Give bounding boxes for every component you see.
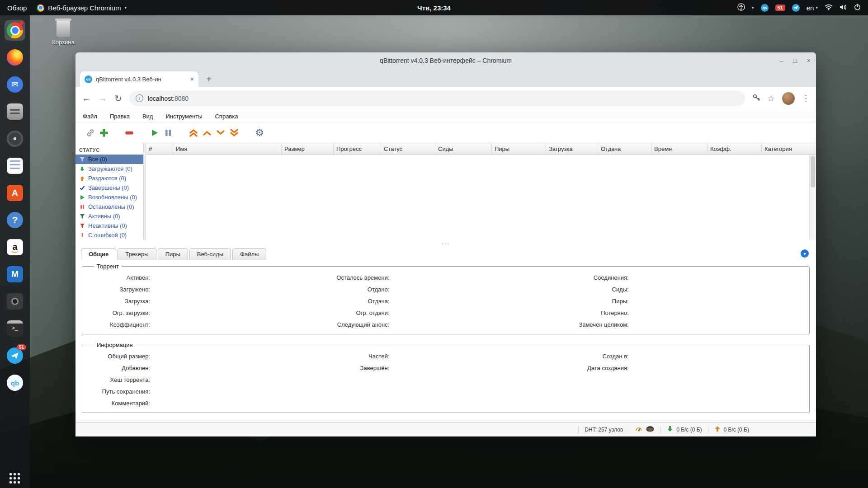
dock-item-help[interactable]: ? xyxy=(5,210,25,230)
dock-item-amazon[interactable]: a xyxy=(5,237,25,258)
menu-edit[interactable]: Правка xyxy=(110,113,130,120)
filter-status-resumed[interactable]: Возобновлены (0) xyxy=(75,192,143,202)
field-label: Хеш торрента: xyxy=(87,376,150,384)
browser-menu-icon[interactable]: ⋮ xyxy=(802,94,810,103)
clock[interactable]: Чтв, 23:34 xyxy=(417,4,451,12)
reload-icon[interactable]: ↻ xyxy=(114,93,122,104)
address-bar[interactable]: i localhost:8080 xyxy=(129,91,745,106)
filter-status-paused[interactable]: Остановлены (0) xyxy=(75,202,143,211)
column-number[interactable]: # xyxy=(146,143,173,155)
dock-item-files[interactable] xyxy=(5,101,25,122)
tab-general[interactable]: Общие xyxy=(81,248,116,260)
column-status[interactable]: Статус xyxy=(381,143,435,155)
field-label: Огр. загрузки: xyxy=(87,310,150,317)
column-category[interactable]: Категория xyxy=(762,143,816,155)
dock-item-software[interactable]: A xyxy=(5,183,25,203)
pause-button[interactable] xyxy=(161,126,175,140)
field-label: Осталось времени: xyxy=(326,274,389,282)
filter-status-active[interactable]: Активны (0) xyxy=(75,211,143,221)
filter-status-inactive[interactable]: Неактивны (0) xyxy=(75,221,143,230)
menu-file[interactable]: Файл xyxy=(83,113,97,120)
dock-item-qbittorrent[interactable]: qb xyxy=(5,372,25,393)
horizontal-splitter[interactable]: ··· xyxy=(75,240,816,246)
delete-torrent-button[interactable] xyxy=(123,126,136,140)
filter-status-errored[interactable]: ! С ошибкой (0) xyxy=(75,230,143,240)
torrent-list-empty[interactable] xyxy=(146,155,816,240)
add-torrent-link-button[interactable] xyxy=(84,126,97,140)
dock-item-terminal[interactable]: >_ xyxy=(5,318,25,339)
panel-tabs: Общие Трекеры Пиры Веб-сиды Файлы ▾ xyxy=(75,246,816,260)
column-name[interactable]: Имя xyxy=(173,143,282,155)
telegram-tray-icon[interactable] xyxy=(792,4,800,12)
qbittorrent-tray-icon[interactable]: qb xyxy=(761,4,769,12)
column-peers[interactable]: Пиры xyxy=(492,143,546,155)
column-progress[interactable]: Прогресс xyxy=(334,143,381,155)
collapse-panel-button[interactable]: ▾ xyxy=(801,249,809,258)
column-eta[interactable]: Время xyxy=(651,143,708,155)
trash-desktop-icon[interactable]: Корзина xyxy=(49,21,78,46)
resume-button[interactable] xyxy=(148,126,161,140)
column-download-speed[interactable]: Загрузка xyxy=(546,143,598,155)
filter-status-seeding[interactable]: Раздаются (0) xyxy=(75,174,143,183)
tab-trackers[interactable]: Трекеры xyxy=(118,248,156,260)
menu-help[interactable]: Справка xyxy=(215,113,238,120)
profile-avatar[interactable] xyxy=(782,92,795,105)
dock-item-thunderbird[interactable]: ✉ xyxy=(5,74,25,95)
add-torrent-file-button[interactable] xyxy=(97,126,111,140)
back-icon[interactable]: ← xyxy=(82,93,91,103)
menu-view[interactable]: Вид xyxy=(142,113,153,120)
menu-tools[interactable]: Инструменты xyxy=(165,113,202,120)
filter-status-downloading[interactable]: Загружаются (0) xyxy=(75,164,143,174)
close-button[interactable]: × xyxy=(807,57,811,64)
column-seeds[interactable]: Сиды xyxy=(435,143,492,155)
maximize-button[interactable]: □ xyxy=(793,57,797,64)
forward-icon[interactable]: → xyxy=(98,93,107,103)
bottom-priority-icon[interactable] xyxy=(227,126,241,140)
dock-item-chromium[interactable] xyxy=(5,20,25,41)
notification-badge[interactable]: 51 xyxy=(775,5,785,11)
status-header: СТАТУС xyxy=(75,144,143,155)
torrent-table: # Имя Размер Прогресс Статус Сиды Пиры З… xyxy=(146,143,816,240)
tab-files[interactable]: Файлы xyxy=(232,248,266,260)
site-info-icon[interactable]: i xyxy=(136,94,143,102)
table-scrollbar[interactable] xyxy=(809,155,816,240)
app-menu[interactable]: Веб-браузер Chromium ▾ xyxy=(37,4,127,12)
dock-item-telegram[interactable]: 51 xyxy=(5,345,25,366)
scrollbar-thumb[interactable] xyxy=(811,156,815,188)
tab-webseeds[interactable]: Веб-сиды xyxy=(189,248,231,260)
tab-peers[interactable]: Пиры xyxy=(158,248,188,260)
dock-item-rhythmbox[interactable] xyxy=(5,128,25,149)
increase-priority-icon[interactable] xyxy=(200,126,214,140)
bookmark-star-icon[interactable]: ☆ xyxy=(768,94,775,103)
top-priority-icon[interactable] xyxy=(187,126,200,140)
password-key-icon[interactable] xyxy=(752,94,760,103)
dock-item-writer[interactable] xyxy=(5,155,25,176)
filter-status-completed[interactable]: Завершены (0) xyxy=(75,183,143,192)
settings-gear-icon[interactable]: ⚙ xyxy=(253,126,266,140)
new-tab-button[interactable]: + xyxy=(202,72,216,86)
dock-item-m-app[interactable]: M xyxy=(5,264,25,285)
connection-status-icon[interactable] xyxy=(646,426,655,434)
column-upload-speed[interactable]: Отдача xyxy=(598,143,651,155)
decrease-priority-icon[interactable] xyxy=(214,126,227,140)
activities-button[interactable]: Обзор xyxy=(7,4,27,12)
dock-item-firefox[interactable] xyxy=(5,47,25,68)
keyboard-layout-indicator[interactable]: en ▾ xyxy=(807,4,818,12)
speed-limits-gauge-icon[interactable] xyxy=(635,425,642,434)
window-titlebar[interactable]: qBittorrent v4.0.3 Веб-интерфейс – Chrom… xyxy=(75,52,816,69)
download-arrow-icon xyxy=(667,426,673,433)
dock-item-screenshot[interactable] xyxy=(5,291,25,312)
show-applications-button[interactable] xyxy=(9,473,21,484)
column-size[interactable]: Размер xyxy=(282,143,334,155)
filter-status-all[interactable]: Все (0) xyxy=(75,155,143,164)
volume-icon[interactable] xyxy=(840,4,847,12)
minimize-button[interactable]: – xyxy=(780,57,783,64)
browser-tab[interactable]: qb qBittorrent v4.0.3 Веб-ин × xyxy=(80,71,198,87)
tab-close-icon[interactable]: × xyxy=(190,75,194,83)
accessibility-icon[interactable] xyxy=(737,3,745,12)
divider xyxy=(629,426,629,433)
network-icon[interactable] xyxy=(825,4,833,12)
qbittorrent-webui: Файл Правка Вид Инструменты Справка xyxy=(75,110,816,436)
column-ratio[interactable]: Коэфф. xyxy=(708,143,762,155)
power-icon[interactable] xyxy=(854,4,861,12)
